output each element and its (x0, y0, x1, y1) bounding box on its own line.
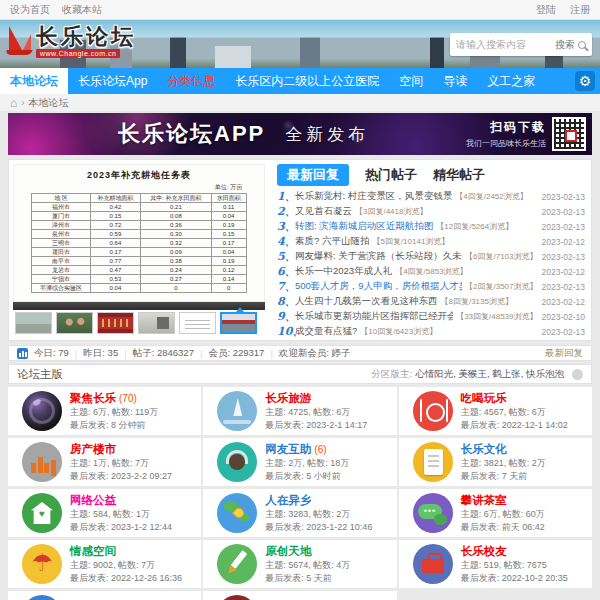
nav-item-义工之家[interactable]: 义工之家 (477, 68, 545, 94)
post-title-link[interactable]: 素质? 六平山随拍 (295, 235, 369, 248)
search-button[interactable]: 搜索 (555, 38, 586, 52)
post-title-link[interactable]: 长乐新觉村: 村庄变景区，风景变钱景 (295, 190, 452, 203)
forum-block-title-link[interactable]: 原创天地 (265, 544, 311, 559)
globe-icon (217, 493, 257, 533)
forum-block-title-link[interactable]: 房产楼市 (70, 442, 116, 457)
post-meta: 【4回复/2452浏览】 (455, 191, 527, 202)
forum-block-长乐旅游[interactable]: 长乐旅游 主题: 4725, 帖数: 6万 最后发表: 2023-2-1 14:… (203, 387, 396, 435)
forum-block-title-link[interactable]: 情感空间 (70, 544, 116, 559)
forum-block-长乐文化[interactable]: 长乐文化 主题: 3821, 帖数: 2万 最后发表: 7 天前 (399, 438, 592, 486)
register-link[interactable]: 注册 (570, 4, 590, 15)
forum-block-原创天地[interactable]: 原创天地 主题: 5674, 帖数: 4万 最后发表: 5 天前 (203, 540, 396, 588)
forum-block-stats: 主题: 519, 帖数: 7675 (461, 559, 568, 572)
tab-最新回复[interactable]: 最新回复 (277, 164, 349, 186)
post-title-link[interactable]: 人生四十几载第一次看见这种东西 (295, 295, 438, 308)
post-item[interactable]: 10、 成交量有点猛? 【10回复/6423浏览】 2023-02-13 (277, 324, 585, 339)
post-title-link[interactable]: 长乐一中2023年成人礼 (295, 265, 392, 278)
nav-item-导读[interactable]: 导读 (433, 68, 477, 94)
post-item[interactable]: 1、 长乐新觉村: 村庄变景区，风景变钱景 【4回复/2452浏览】 2023-… (277, 189, 585, 204)
post-item[interactable]: 6、 长乐一中2023年成人礼 【4回复/5853浏览】 2023-02-12 (277, 264, 585, 279)
home-icon[interactable]: ⌂ (10, 98, 17, 108)
qr-code (552, 117, 586, 151)
forum-block-title-link[interactable]: 吃喝玩乐 (461, 391, 507, 406)
search-input[interactable] (456, 39, 555, 50)
post-item[interactable]: 9、 长乐城市更新功能片区指挥部已经开会怎么干了，其他片 【33回复/48539… (277, 309, 585, 324)
post-title-link[interactable]: 又见首石凝云 (295, 205, 352, 218)
forum-block-人在异乡[interactable]: 人在异乡 主题: 3283, 帖数: 2万 最后发表: 2023-1-22 10… (203, 489, 396, 537)
forum-block-title-link[interactable]: 长乐校友 (461, 544, 507, 559)
forum-block-stats: 主题: 4567, 帖数: 6万 (461, 406, 568, 419)
nav-item-本地论坛[interactable]: 本地论坛 (0, 68, 68, 94)
thumbnail-street[interactable] (15, 312, 52, 334)
post-item[interactable]: 8、 人生四十几载第一次看见这种东西 【8回复/3135浏览】 2023-02-… (277, 294, 585, 309)
site-title: 长乐论坛 (36, 25, 136, 49)
forum-block-聚焦长乐[interactable]: 聚焦长乐 (70) 主题: 6万, 帖数: 119万 最后发表: 8 分钟前 (8, 387, 201, 435)
forum-block-网友互助[interactable]: 网友互助 (6) 主题: 2万, 帖数: 18万 最后发表: 5 小时前 (203, 438, 396, 486)
post-item[interactable]: 7、 500套人才房，9人申购，房价根据人才类别仅按市场评估 【2回复/3507… (277, 279, 585, 294)
post-meta: 【5回复/10141浏览】 (372, 236, 449, 247)
forum-block-title-link[interactable]: 攀讲茶室 (461, 493, 507, 508)
forum-block-房产楼市[interactable]: 房产楼市 主题: 1万, 帖数: 7万 最后发表: 2023-2-2 09:27 (8, 438, 201, 486)
forum-block-title-link[interactable]: 长乐文化 (461, 442, 507, 457)
search-icon (578, 41, 586, 49)
post-title-link[interactable]: 转图: 滨海新城启动区近期航拍图 (295, 220, 433, 233)
post-meta: 【33回复/48539浏览】 (456, 311, 537, 322)
post-item[interactable]: 3、 转图: 滨海新城启动区近期航拍图 【12回复/5264浏览】 2023-0… (277, 219, 585, 234)
forum-block-情感空间[interactable]: 情感空间 主题: 9002, 帖数: 7万 最后发表: 2022-12-26 1… (8, 540, 201, 588)
forum-section-header: 论坛主版 分区版主: 心情阳光, 美猴王, 鹤上张, 快乐泡泡 (8, 364, 592, 384)
forum-block-lastpost: 最后发表: 2023-1-22 10:46 (265, 521, 372, 534)
forum-block-title-link[interactable]: 网友互助 (265, 442, 311, 457)
forum-block-网络公益[interactable]: 网络公益 主题: 584, 帖数: 1万 最后发表: 2023-1-2 12:4… (8, 489, 201, 537)
post-item[interactable]: 4、 素质? 六平山随拍 【5回复/10141浏览】 2023-02-12 (277, 234, 585, 249)
post-title-link[interactable]: 500套人才房，9人申购，房价根据人才类别仅按市场评估 (295, 280, 462, 293)
post-number: 8、 (277, 294, 295, 309)
post-meta: 【12回复/5264浏览】 (436, 221, 513, 232)
gear-icon[interactable]: ⚙ (575, 71, 595, 91)
site-logo[interactable]: 长乐论坛 www.Changle.com.cn (6, 25, 136, 59)
forum-block-攀讲茶室[interactable]: 攀讲茶室 主题: 6万, 帖数: 60万 最后发表: 前天 06:42 (399, 489, 592, 537)
post-title-link[interactable]: 成交量有点猛? (295, 325, 357, 338)
slide-image[interactable]: 2023年补充耕地任务表 单位: 万亩 地 区补充耕地面积其中: 补充水田面积水… (13, 164, 265, 302)
main-content-box: 2023年补充耕地任务表 单位: 万亩 地 区补充耕地面积其中: 补充水田面积水… (8, 159, 592, 341)
forum-block-吃喝玩乐[interactable]: 吃喝玩乐 主题: 4567, 帖数: 6万 最后发表: 2022-12-1 14… (399, 387, 592, 435)
forum-block-title-link[interactable]: 聚焦长乐 (70, 391, 116, 406)
forum-block-长乐校友[interactable]: 长乐校友 主题: 519, 帖数: 7675 最后发表: 2022-10-2 2… (399, 540, 592, 588)
stats-chart-icon (17, 348, 28, 359)
bookmark-link[interactable]: 收藏本站 (62, 4, 102, 15)
forum-block-title-link[interactable]: 人在异乡 (265, 493, 311, 508)
thumbnail-wall-sign[interactable] (138, 312, 175, 334)
nav-item-长乐区内二级以上公立医院[interactable]: 长乐区内二级以上公立医院 (225, 68, 389, 94)
slide-table-title: 2023年补充耕地任务表 (22, 169, 256, 182)
forum-block-长乐汉服爱好者[interactable]: 长乐汉服爱好者 (203, 591, 396, 600)
login-link[interactable]: 登陆 (536, 4, 556, 15)
tab-热门帖子[interactable]: 热门帖子 (365, 164, 417, 186)
forum-block-title-link[interactable]: 网络公益 (70, 493, 116, 508)
post-date: 2023-02-12 (538, 237, 585, 247)
nav-item-长乐论坛App[interactable]: 长乐论坛App (68, 68, 157, 94)
latest-reply-link[interactable]: 最新回复 (545, 347, 583, 360)
stat-welcome-newest: 欢迎新会员: 婷子 (279, 347, 351, 360)
thumbnail-table-document[interactable] (179, 312, 216, 334)
post-title-link[interactable]: 长乐城市更新功能片区指挥部已经开会怎么干了，其他片 (295, 310, 453, 323)
forum-block-stats: 主题: 5674, 帖数: 4万 (265, 559, 350, 572)
chart-icon (22, 442, 62, 482)
set-home-link[interactable]: 设为首页 (10, 4, 50, 15)
thumbnail-red-banner[interactable] (97, 312, 134, 334)
tab-精华帖子[interactable]: 精华帖子 (433, 164, 485, 186)
nav-item-分类信息[interactable]: 分类信息 (157, 68, 225, 94)
app-promo-banner[interactable]: 长乐论坛APP 全新发布 扫码下载 我们一同品味长乐生活 (8, 113, 592, 155)
collapse-toggle-icon[interactable] (572, 369, 583, 380)
post-title-link[interactable]: 网友爆料: 关于营滨路（长乐站段）久未修复的回复 (295, 250, 462, 263)
post-meta: 【4回复/5853浏览】 (395, 266, 467, 277)
breadcrumb-current[interactable]: 本地论坛 (29, 96, 69, 110)
post-item[interactable]: 2、 又见首石凝云 【3回复/4418浏览】 2023-02-13 (277, 204, 585, 219)
moderators-list[interactable]: 心情阳光, 美猴王, 鹤上张, 快乐泡泡 (415, 368, 564, 381)
thumbnail-building[interactable] (220, 312, 257, 334)
forum-block-长乐旗袍爱好者[interactable]: 长乐旗袍爱好者 (8, 591, 201, 600)
thumbnail-people[interactable] (56, 312, 93, 334)
briefcase-icon (413, 544, 453, 584)
nav-item-空间[interactable]: 空间 (389, 68, 433, 94)
post-item[interactable]: 5、 网友爆料: 关于营滨路（长乐站段）久未修复的回复 【6回复/7103浏览】… (277, 249, 585, 264)
post-date: 2023-02-12 (538, 267, 585, 277)
forum-block-title-link[interactable]: 长乐旅游 (265, 391, 311, 406)
